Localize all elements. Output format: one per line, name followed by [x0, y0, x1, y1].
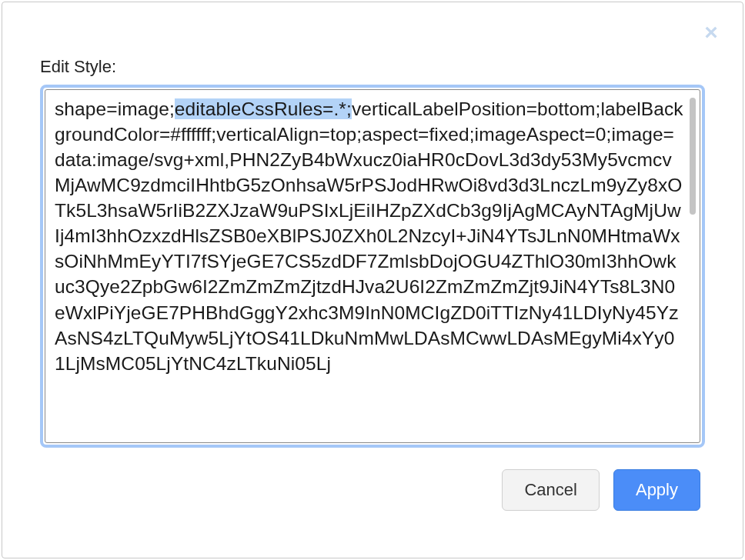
- edit-style-dialog: × Edit Style: shape=image;editableCssRul…: [12, 12, 733, 548]
- cancel-button[interactable]: Cancel: [502, 469, 599, 511]
- scrollbar-thumb[interactable]: [690, 98, 696, 215]
- close-button[interactable]: ×: [700, 22, 722, 43]
- edit-style-label: Edit Style:: [40, 57, 705, 77]
- style-textarea[interactable]: shape=image;editableCssRules=.*;vertical…: [40, 85, 705, 448]
- close-icon: ×: [704, 21, 718, 44]
- style-text-selection: editableCssRules=.*;: [175, 98, 352, 119]
- style-text-post: verticalLabelPosition=bottom;labelBackgr…: [55, 98, 683, 374]
- style-textarea-inner: shape=image;editableCssRules=.*;vertical…: [45, 89, 700, 443]
- style-text-pre: shape=image;: [55, 98, 175, 119]
- apply-button[interactable]: Apply: [613, 469, 700, 511]
- dialog-button-row: Cancel Apply: [40, 469, 705, 511]
- style-text-content: shape=image;editableCssRules=.*;vertical…: [55, 96, 684, 376]
